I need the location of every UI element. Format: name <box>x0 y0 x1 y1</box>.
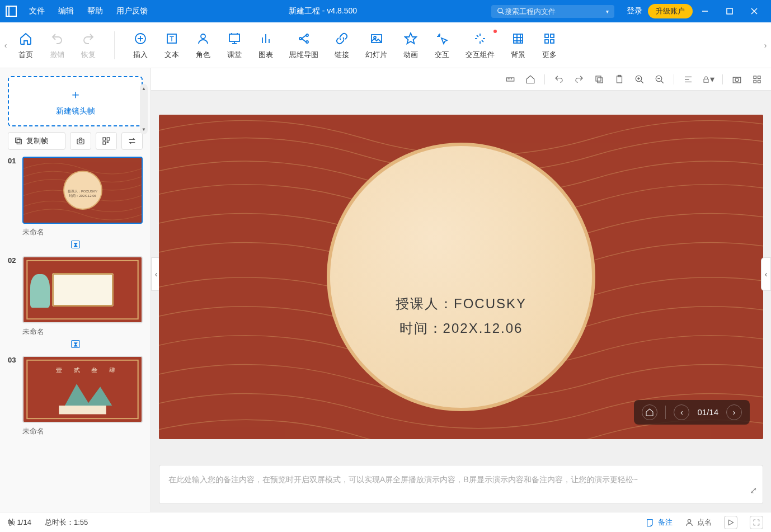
tool-mindmap[interactable]: 思维导图 <box>289 31 318 60</box>
nav-next-button[interactable]: › <box>726 404 742 420</box>
ribbon-scroll-left[interactable]: ‹ <box>0 22 11 68</box>
search-input[interactable] <box>505 7 606 16</box>
ribbon-scroll-right[interactable]: › <box>760 22 771 68</box>
canvas-slide[interactable]: 授课人：FOCUSKY 时间：202X.12.06 ‹ 01/14 › <box>159 115 763 439</box>
tool-home[interactable]: 首页 <box>18 31 34 60</box>
ribbon-separator <box>114 31 115 59</box>
zoom-out-icon[interactable] <box>654 73 666 86</box>
tool-more[interactable]: 更多 <box>542 31 557 60</box>
window-maximize-button[interactable] <box>717 0 742 22</box>
screenshot-icon[interactable] <box>731 73 743 86</box>
svg-rect-37 <box>545 40 548 43</box>
undo-icon <box>49 31 65 46</box>
slide-thumbnail[interactable] <box>22 256 143 323</box>
sparkle-icon <box>472 31 488 46</box>
zoom-in-icon[interactable] <box>633 73 646 86</box>
camera-icon <box>76 136 85 145</box>
sidebar-scrollbar[interactable]: ▲▼ <box>140 84 148 134</box>
undo-tool-icon[interactable] <box>553 73 565 86</box>
slide-item-2[interactable]: 02 未命名 ⧗ <box>8 256 143 348</box>
slide-label: 未命名 <box>22 423 143 440</box>
statusbar: 帧 1/14 总时长：1:55 备注 点名 <box>0 512 771 532</box>
svg-rect-80 <box>758 76 761 79</box>
new-frame-button[interactable]: ＋ 新建镜头帧 <box>8 76 143 126</box>
svg-rect-36 <box>551 34 554 37</box>
home-icon[interactable] <box>524 73 537 86</box>
svg-rect-44 <box>107 138 110 140</box>
menu-file[interactable]: 文件 <box>22 6 51 16</box>
transition-icon[interactable]: ⧗ <box>8 340 143 348</box>
slide-thumbnail[interactable]: 授课人：FOCUSKY时间：202X.12.06 <box>22 157 143 224</box>
notes-placeholder: 在此处输入您的备注内容，在预览时开启双屏模式，可以实现A屏全屏播放演示内容，B屏… <box>168 475 638 484</box>
align-icon[interactable] <box>682 73 694 86</box>
transition-icon[interactable]: ⧗ <box>8 241 143 248</box>
swap-button[interactable] <box>121 132 143 150</box>
tool-text[interactable]: T文本 <box>164 31 180 60</box>
camera-button[interactable] <box>70 132 91 150</box>
search-dropdown-icon[interactable]: ▾ <box>606 8 609 15</box>
tool-chart[interactable]: 图表 <box>258 31 274 60</box>
tool-link[interactable]: 链接 <box>334 31 350 60</box>
layers-icon[interactable] <box>751 73 763 86</box>
copy-icon <box>14 136 23 145</box>
slide-item-3[interactable]: 03 壹贰叁肆 未命名 <box>8 356 143 440</box>
ruler-icon[interactable] <box>504 73 516 86</box>
window-close-button[interactable] <box>742 0 767 22</box>
tool-insert[interactable]: 插入 <box>133 31 148 60</box>
tool-undo[interactable]: 撤销 <box>49 31 65 60</box>
click-icon <box>434 31 450 46</box>
lock-icon[interactable]: ▾ <box>702 73 714 86</box>
tool-interaction-label: 交互 <box>435 50 449 60</box>
slide-item-1[interactable]: 01 授课人：FOCUSKY时间：202X.12.06 未命名 ⧗ <box>8 157 143 248</box>
tool-slide[interactable]: 幻灯片 <box>365 31 387 60</box>
expand-icon[interactable]: ⤢ <box>750 483 757 498</box>
tool-interaction[interactable]: 交互 <box>434 31 450 60</box>
notes-toggle-label: 备注 <box>658 517 673 528</box>
nav-prev-button[interactable]: ‹ <box>674 404 689 420</box>
roll-call-label: 点名 <box>697 517 712 528</box>
notes-panel[interactable]: 在此处输入您的备注内容，在预览时开启双屏模式，可以实现A屏全屏播放演示内容，B屏… <box>159 465 763 504</box>
qr-button[interactable] <box>96 132 117 150</box>
login-button[interactable]: 登录 <box>627 6 642 16</box>
search-box[interactable]: ▾ <box>491 5 614 18</box>
fullscreen-button[interactable] <box>750 516 763 529</box>
svg-marker-29 <box>405 33 416 44</box>
tool-animation[interactable]: 动画 <box>403 31 419 60</box>
slide-list: 01 授课人：FOCUSKY时间：202X.12.06 未命名 ⧗ <box>0 157 151 512</box>
copy-tool-icon[interactable] <box>593 73 605 86</box>
slide-thumbnail[interactable]: 壹贰叁肆 <box>22 356 143 423</box>
menu-help[interactable]: 帮助 <box>81 6 110 16</box>
tool-classroom[interactable]: 课堂 <box>227 31 242 60</box>
nav-home-button[interactable] <box>642 404 657 420</box>
slide-nav-pill: ‹ 01/14 › <box>634 400 750 425</box>
tool-animation-label: 动画 <box>403 50 418 60</box>
tool-role[interactable]: 角色 <box>195 31 211 60</box>
tool-home-label: 首页 <box>18 50 33 60</box>
tool-redo[interactable]: 恢复 <box>81 31 96 60</box>
tool-interaction-component[interactable]: 交互组件 <box>466 31 495 60</box>
window-minimize-button[interactable] <box>693 0 717 22</box>
roll-call-button[interactable]: 点名 <box>685 517 712 528</box>
tool-text-label: 文本 <box>164 50 179 60</box>
upgrade-button[interactable]: 升级账户 <box>648 4 693 18</box>
tool-insert-label: 插入 <box>133 50 148 60</box>
svg-point-2 <box>498 8 502 13</box>
svg-point-23 <box>306 34 308 36</box>
notes-toggle-button[interactable]: 备注 <box>646 517 673 528</box>
redo-tool-icon[interactable] <box>573 73 585 86</box>
menu-edit[interactable]: 编辑 <box>51 6 81 16</box>
svg-line-3 <box>502 12 504 15</box>
expand-right-panel[interactable]: ‹ <box>761 257 771 291</box>
paste-tool-icon[interactable] <box>613 73 626 86</box>
svg-text:T: T <box>170 35 174 43</box>
svg-text:壹: 壹 <box>56 367 62 373</box>
copy-frame-button[interactable]: 复制帧 <box>8 132 65 150</box>
svg-rect-63 <box>596 76 601 81</box>
menu-feedback[interactable]: 用户反馈 <box>110 6 154 16</box>
tool-background[interactable]: 背景 <box>510 31 526 60</box>
play-button[interactable] <box>724 516 737 529</box>
svg-rect-46 <box>107 142 108 143</box>
svg-rect-43 <box>103 138 106 140</box>
svg-rect-38 <box>551 40 554 43</box>
grid-icon <box>542 31 557 46</box>
